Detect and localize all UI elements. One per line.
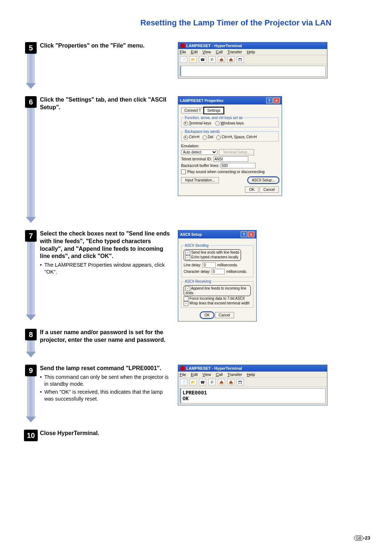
- step-number-9: 9: [25, 365, 37, 376]
- help-icon[interactable]: ?: [241, 232, 247, 237]
- step-number-10: 10: [24, 430, 38, 441]
- page-footer: GB-23: [354, 535, 370, 541]
- menu-edit: Edit: [191, 50, 198, 54]
- menu-view: View: [203, 372, 211, 377]
- radio-del[interactable]: [203, 135, 207, 140]
- menu-transfer: Transfer: [227, 50, 242, 54]
- step6-text: Click the "Settings" tab, and then click…: [40, 97, 166, 110]
- menu-bar[interactable]: File Edit View Call Transfer Help: [178, 372, 327, 378]
- terminal-area[interactable]: [180, 66, 326, 77]
- step7-note: The LAMPRESET Properties window appears,…: [40, 262, 171, 275]
- close-icon[interactable]: ×: [273, 98, 280, 103]
- app-icon: [180, 44, 185, 48]
- step-number-7: 7: [25, 230, 37, 242]
- chk-wrap-lines[interactable]: ✓: [184, 301, 188, 306]
- emulation-select[interactable]: Auto detect: [181, 149, 217, 155]
- send-icon[interactable]: 📤: [218, 56, 225, 63]
- menu-call: Call: [216, 50, 223, 54]
- disconnect-icon[interactable]: ✆: [208, 379, 216, 385]
- ok-button[interactable]: OK: [245, 187, 258, 193]
- toolbar[interactable]: 📄 📂 ☎ ✆ 📤 📥 🗔: [178, 378, 327, 387]
- arrow-down-icon: [26, 417, 36, 422]
- ok-button[interactable]: OK: [200, 312, 213, 318]
- step10-text: Close HyperTerminal.: [40, 430, 99, 436]
- window-titlebar: LAMPRESET - HyperTerminal: [178, 42, 327, 49]
- menu-help: Help: [247, 372, 255, 377]
- terminal-line-1: LPRE0001: [183, 390, 324, 396]
- menu-bar[interactable]: File Edit View Call Transfer Help: [178, 49, 327, 55]
- arrow-down-icon: [26, 83, 36, 89]
- open-icon[interactable]: 📂: [189, 379, 197, 385]
- radio-windows-keys[interactable]: [215, 121, 220, 126]
- page-title: Resetting the Lamp Timer of the Projecto…: [102, 18, 370, 28]
- char-delay-input[interactable]: [212, 269, 225, 274]
- line-delay-input[interactable]: [203, 262, 216, 268]
- app-icon: [180, 366, 185, 370]
- step8-text: If a user name and/or password is set fo…: [40, 329, 166, 343]
- help-icon[interactable]: ?: [266, 98, 273, 103]
- backscroll-input[interactable]: [221, 163, 256, 168]
- playsound-checkbox[interactable]: [181, 169, 186, 174]
- dialog-title-text: LAMPRESET Properties: [180, 98, 224, 103]
- arrow-down-icon: [26, 217, 36, 223]
- terminal-line-2: OK: [183, 396, 324, 402]
- arrow-down-icon: [26, 352, 36, 357]
- step-number-5: 5: [25, 42, 37, 54]
- new-icon[interactable]: 📄: [180, 379, 187, 385]
- cancel-button[interactable]: Cancel: [260, 187, 279, 193]
- step-9: 9 Send the lamp reset command "LPRE0001"…: [22, 365, 370, 422]
- properties-dialog: LAMPRESET Properties ? × Connect T Setti…: [178, 96, 282, 196]
- step5-text: Click "Properties" on the "File" menu.: [40, 42, 144, 49]
- step9-text: Send the lamp reset command "LPRE0001".: [40, 365, 161, 371]
- tab-connect[interactable]: Connect T: [181, 107, 204, 114]
- new-icon[interactable]: 📄: [180, 56, 187, 63]
- close-icon[interactable]: ×: [248, 232, 254, 237]
- open-icon[interactable]: 📂: [189, 56, 197, 63]
- step9-b2: When "OK" is received, this indicates th…: [40, 389, 171, 402]
- step-8: 8 If a user name and/or password is set …: [22, 329, 370, 357]
- telnet-id-input[interactable]: [213, 156, 248, 162]
- chk-force-7bit[interactable]: [184, 296, 188, 301]
- menu-transfer: Transfer: [227, 372, 242, 377]
- dialog-title-text: ASCII Setup: [180, 232, 202, 237]
- step9-b1: This command can only be sent when the p…: [40, 374, 171, 388]
- chk-append-line-feeds[interactable]: ✓: [185, 286, 190, 291]
- chk-send-line-ends[interactable]: ✓: [185, 250, 190, 255]
- properties-icon[interactable]: 🗔: [237, 379, 244, 385]
- step-number-8: 8: [25, 329, 37, 340]
- menu-file: File: [180, 50, 186, 54]
- properties-icon[interactable]: 🗔: [237, 56, 244, 63]
- terminal-setup-button: Terminal Setup...: [219, 149, 254, 155]
- step7-text: Select the check boxes next to "Send lin…: [40, 230, 170, 259]
- step-number-6: 6: [25, 96, 37, 108]
- step-6: 6 Click the "Settings" tab, and then cli…: [22, 96, 370, 223]
- menu-view: View: [203, 50, 211, 54]
- input-translation-button[interactable]: Input Translation...: [181, 177, 219, 183]
- chk-echo-typed[interactable]: ✓: [185, 255, 190, 260]
- cancel-button[interactable]: Cancel: [215, 312, 234, 318]
- hyperterminal-window: LAMPRESET - HyperTerminal File Edit View…: [178, 42, 327, 78]
- step-10: 10 Close HyperTerminal.: [22, 430, 370, 441]
- tab-settings[interactable]: Settings: [204, 107, 224, 114]
- connect-icon[interactable]: ☎: [199, 56, 206, 63]
- radio-ctrlh-space[interactable]: [216, 135, 221, 140]
- hyperterminal-window: LAMPRESET - HyperTerminal File Edit View…: [178, 365, 327, 405]
- disconnect-icon[interactable]: ✆: [208, 56, 216, 63]
- menu-file: File: [180, 372, 186, 377]
- toolbar[interactable]: 📄 📂 ☎ ✆ 📤 📥 🗔: [178, 55, 327, 64]
- ascii-setup-button[interactable]: ASCII Setup...: [248, 177, 279, 183]
- step-5: 5 Click "Properties" on the "File" menu.…: [22, 42, 370, 89]
- receive-icon[interactable]: 📥: [227, 56, 234, 63]
- ascii-setup-dialog: ASCII Setup ? × ASCII Sending ✓ Send lin…: [178, 230, 257, 321]
- terminal-area[interactable]: LPRE0001 OK: [180, 388, 326, 404]
- send-icon[interactable]: 📤: [218, 379, 225, 385]
- menu-call: Call: [216, 372, 223, 377]
- arrow-down-icon: [26, 315, 36, 320]
- radio-terminal-keys[interactable]: [184, 121, 188, 126]
- window-titlebar: LAMPRESET - HyperTerminal: [178, 365, 327, 372]
- menu-help: Help: [247, 50, 255, 54]
- radio-ctrlh[interactable]: [184, 135, 188, 140]
- step-7: 7 Select the check boxes next to "Send l…: [22, 230, 370, 321]
- receive-icon[interactable]: 📥: [227, 379, 234, 385]
- connect-icon[interactable]: ☎: [199, 379, 206, 385]
